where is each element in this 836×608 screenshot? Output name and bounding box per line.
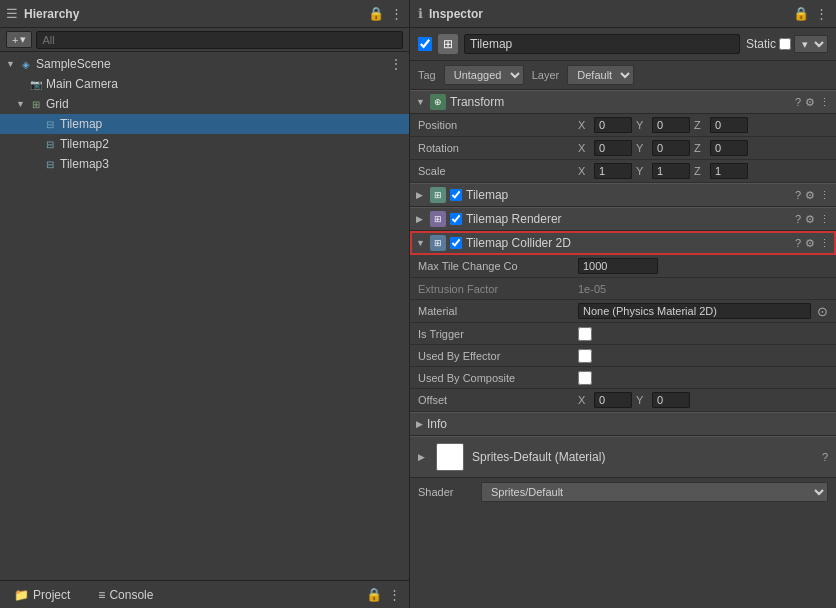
position-x-input[interactable] [594, 117, 632, 133]
object-active-checkbox[interactable] [418, 37, 432, 51]
arrow-icon: ▼ [16, 99, 26, 109]
position-z-input[interactable] [710, 117, 748, 133]
tilemap-rend-more-icon[interactable]: ⋮ [819, 213, 830, 226]
more-icon[interactable]: ⋮ [390, 6, 403, 21]
tilemap-rend-help-icon[interactable]: ? [795, 213, 801, 226]
is-trigger-checkbox[interactable] [578, 327, 592, 341]
material-help-icon[interactable]: ? [822, 451, 828, 463]
tilemap-coll-arrow-icon: ▼ [416, 238, 426, 248]
used-by-effector-checkbox[interactable] [578, 349, 592, 363]
info-label: Info [427, 417, 447, 431]
inspector-title: Inspector [429, 7, 483, 21]
rotation-x-input[interactable] [594, 140, 632, 156]
hierarchy-header-icons: 🔒 ⋮ [368, 6, 403, 21]
target-icon[interactable]: ⊙ [817, 304, 828, 319]
used-by-composite-checkbox[interactable] [578, 371, 592, 385]
rotation-y-label: Y [636, 142, 648, 154]
used-by-composite-row: Used By Composite [410, 367, 836, 389]
offset-value: X Y [578, 392, 828, 408]
is-trigger-value [578, 327, 828, 341]
rotation-z-label: Z [694, 142, 706, 154]
inspector-more-icon[interactable]: ⋮ [815, 6, 828, 21]
scale-x-input[interactable] [594, 163, 632, 179]
tilemap-comp-checkbox[interactable] [450, 189, 462, 201]
inspector-lock-icon[interactable]: 🔒 [793, 6, 809, 21]
hierarchy-item-tilemap3[interactable]: ⊟ Tilemap3 [0, 154, 409, 174]
tilemap-comp-arrow-icon: ▶ [416, 190, 426, 200]
hierarchy-item-label: Main Camera [46, 77, 118, 91]
grid-icon: ⊞ [29, 97, 43, 111]
transform-help-icon[interactable]: ? [795, 96, 801, 109]
tilemap-collider-header: ▼ ⊞ Tilemap Collider 2D ? ⚙ ⋮ [410, 231, 836, 255]
rotation-z-input[interactable] [710, 140, 748, 156]
hierarchy-search-input[interactable] [36, 31, 403, 49]
offset-row: Offset X Y [410, 389, 836, 412]
offset-x-input[interactable] [594, 392, 632, 408]
tag-dropdown[interactable]: Untagged [444, 65, 524, 85]
shader-dropdown[interactable]: Sprites/Default [481, 482, 828, 502]
tilemap-comp-section-icons: ? ⚙ ⋮ [795, 189, 830, 202]
tilemap-rend-section-icons: ? ⚙ ⋮ [795, 213, 830, 226]
transform-icon: ⊕ [430, 94, 446, 110]
position-label: Position [418, 119, 578, 131]
hierarchy-item-grid[interactable]: ▼ ⊞ Grid [0, 94, 409, 114]
rotation-y-input[interactable] [652, 140, 690, 156]
object-name-input[interactable] [464, 34, 740, 54]
transform-arrow-icon: ▼ [416, 97, 426, 107]
tilemap-coll-more-icon[interactable]: ⋮ [819, 237, 830, 250]
hierarchy-item-tilemap2[interactable]: ⊟ Tilemap2 [0, 134, 409, 154]
tilemap-coll-settings-icon[interactable]: ⚙ [805, 237, 815, 250]
bottom-bar-icons: 🔒 ⋮ [366, 587, 401, 602]
max-tile-value [578, 258, 828, 274]
bottom-more-icon[interactable]: ⋮ [388, 587, 401, 602]
tilemap-comp-more-icon[interactable]: ⋮ [819, 189, 830, 202]
hierarchy-add-button[interactable]: + ▾ [6, 31, 32, 48]
tilemap-coll-checkbox[interactable] [450, 237, 462, 249]
tilemap-coll-title: Tilemap Collider 2D [466, 236, 791, 250]
position-row: Position X Y Z [410, 114, 836, 137]
inspector-content: ⊞ Static ▾ Tag Untagged Layer Def [410, 28, 836, 608]
scene-menu-icon[interactable]: ⋮ [389, 56, 403, 72]
transform-settings-icon[interactable]: ⚙ [805, 96, 815, 109]
hierarchy-header: ☰ Hierarchy 🔒 ⋮ [0, 0, 409, 28]
offset-y-input[interactable] [652, 392, 690, 408]
extrusion-text: 1e-05 [578, 283, 606, 295]
scale-row: Scale X Y Z [410, 160, 836, 183]
hierarchy-item-tilemap[interactable]: ⊟ Tilemap [0, 114, 409, 134]
tilemap-comp-help-icon[interactable]: ? [795, 189, 801, 202]
transform-section-header: ▼ ⊕ Transform ? ⚙ ⋮ [410, 90, 836, 114]
static-checkbox[interactable] [779, 38, 791, 50]
inspector-info-icon[interactable]: ℹ [418, 6, 423, 21]
scale-z-input[interactable] [710, 163, 748, 179]
console-tab[interactable]: ≡ Console [92, 585, 159, 605]
tilemap-rend-settings-icon[interactable]: ⚙ [805, 213, 815, 226]
layer-dropdown[interactable]: Default [567, 65, 634, 85]
rotation-row: Rotation X Y Z [410, 137, 836, 160]
transform-more-icon[interactable]: ⋮ [819, 96, 830, 109]
tilemap-comp-settings-icon[interactable]: ⚙ [805, 189, 815, 202]
lock-icon[interactable]: 🔒 [368, 6, 384, 21]
hierarchy-item-samplescene[interactable]: ▼ ◈ SampleScene ⋮ [0, 54, 409, 74]
is-trigger-row: Is Trigger [410, 323, 836, 345]
material-row: Material ⊙ [410, 300, 836, 323]
scale-y-input[interactable] [652, 163, 690, 179]
project-tab[interactable]: 📁 Project [8, 585, 76, 605]
console-label: Console [109, 588, 153, 602]
tilemap-renderer-header: ▶ ⊞ Tilemap Renderer ? ⚙ ⋮ [410, 207, 836, 231]
tilemap-comp-icon: ⊞ [430, 187, 446, 203]
inspector-header-icons: 🔒 ⋮ [793, 6, 828, 21]
static-dropdown[interactable]: ▾ [794, 35, 828, 53]
tilemap-coll-help-icon[interactable]: ? [795, 237, 801, 250]
position-y-input[interactable] [652, 117, 690, 133]
tilemap-rend-checkbox[interactable] [450, 213, 462, 225]
position-xyz: X Y Z [578, 117, 828, 133]
hierarchy-item-main-camera[interactable]: 📷 Main Camera [0, 74, 409, 94]
scale-y-label: Y [636, 165, 648, 177]
rotation-xyz: X Y Z [578, 140, 828, 156]
material-input[interactable] [578, 303, 811, 319]
inspector-header: ℹ Inspector 🔒 ⋮ [410, 0, 836, 28]
max-tile-input[interactable] [578, 258, 658, 274]
extrusion-value: 1e-05 [578, 283, 828, 295]
tilemap-coll-icon: ⊞ [430, 235, 446, 251]
bottom-lock-icon[interactable]: 🔒 [366, 587, 382, 602]
